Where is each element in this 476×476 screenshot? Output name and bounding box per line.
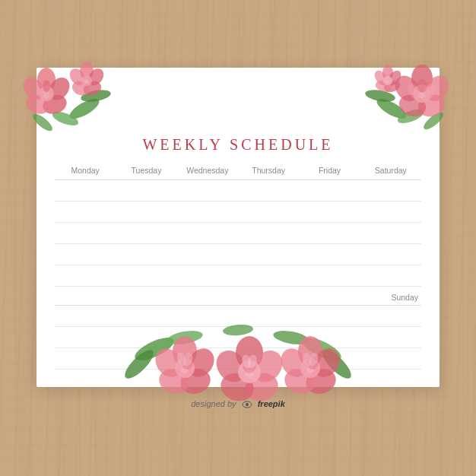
day-friday: Friday — [299, 166, 360, 175]
sunday-row-3 — [55, 348, 421, 370]
schedule-row-2 — [55, 202, 421, 223]
svg-point-62 — [303, 365, 339, 398]
svg-point-24 — [420, 71, 454, 106]
svg-point-9 — [39, 86, 54, 101]
svg-point-21 — [411, 65, 433, 92]
sunday-row-2 — [55, 327, 421, 348]
svg-point-7 — [45, 74, 74, 104]
svg-point-4 — [37, 68, 56, 92]
svg-point-12 — [81, 79, 103, 98]
svg-point-34 — [374, 79, 393, 94]
svg-point-29 — [405, 81, 423, 101]
svg-point-22 — [415, 91, 448, 120]
day-tuesday: Tuesday — [116, 166, 176, 175]
top-right-floral — [365, 54, 456, 138]
sunday-row-1 — [55, 306, 421, 327]
svg-point-0 — [67, 95, 102, 122]
schedule-card: WEEKLY SCHEDULE Monday Tuesday Wednesday… — [36, 68, 440, 387]
svg-point-35 — [383, 76, 392, 85]
svg-point-20 — [421, 109, 446, 132]
svg-point-17 — [374, 95, 409, 122]
svg-point-44 — [177, 365, 214, 398]
svg-point-2 — [51, 109, 81, 128]
svg-point-8 — [24, 92, 52, 117]
svg-point-31 — [382, 79, 401, 94]
sunday-lines — [55, 306, 421, 370]
svg-point-5 — [40, 92, 69, 117]
svg-point-33 — [386, 68, 404, 87]
weekday-schedule-area — [55, 180, 421, 287]
svg-point-47 — [156, 365, 192, 398]
svg-point-65 — [281, 365, 318, 398]
day-monday: Monday — [55, 166, 116, 175]
footer-text: designed by — [191, 399, 236, 408]
sunday-label: Sunday — [391, 293, 421, 302]
svg-point-10 — [43, 80, 50, 92]
schedule-row-1 — [55, 180, 421, 202]
schedule-lines — [55, 180, 421, 287]
sunday-header: Sunday — [55, 293, 421, 306]
day-thursday: Thursday — [238, 166, 299, 175]
schedule-title: WEEKLY SCHEDULE — [55, 136, 421, 154]
sunday-section: Sunday — [55, 290, 421, 370]
svg-point-6 — [20, 74, 48, 104]
svg-point-14 — [85, 65, 107, 88]
svg-point-32 — [372, 68, 390, 87]
svg-point-19 — [396, 106, 426, 125]
svg-point-16 — [81, 75, 92, 86]
svg-point-71 — [246, 403, 249, 406]
svg-point-27 — [417, 79, 427, 93]
svg-point-28 — [421, 81, 439, 101]
day-wednesday: Wednesday — [177, 166, 238, 175]
day-saturday: Saturday — [360, 166, 421, 175]
schedule-row-5 — [55, 265, 421, 287]
svg-point-25 — [396, 91, 429, 120]
svg-point-13 — [67, 65, 89, 88]
svg-point-18 — [365, 88, 396, 104]
footer: designed by freepik — [191, 399, 285, 408]
svg-point-23 — [390, 71, 424, 106]
freepik-icon — [242, 399, 255, 408]
svg-point-15 — [70, 79, 91, 98]
svg-point-3 — [30, 111, 55, 134]
svg-point-26 — [413, 84, 431, 103]
svg-point-30 — [382, 65, 393, 81]
svg-point-11 — [80, 62, 94, 80]
top-left-floral — [20, 54, 119, 138]
footer-brand: freepik — [258, 399, 285, 408]
svg-point-1 — [80, 88, 112, 104]
schedule-row-4 — [55, 244, 421, 265]
schedule-row-3 — [55, 223, 421, 244]
days-header: Monday Tuesday Wednesday Thursday Friday… — [55, 166, 421, 180]
